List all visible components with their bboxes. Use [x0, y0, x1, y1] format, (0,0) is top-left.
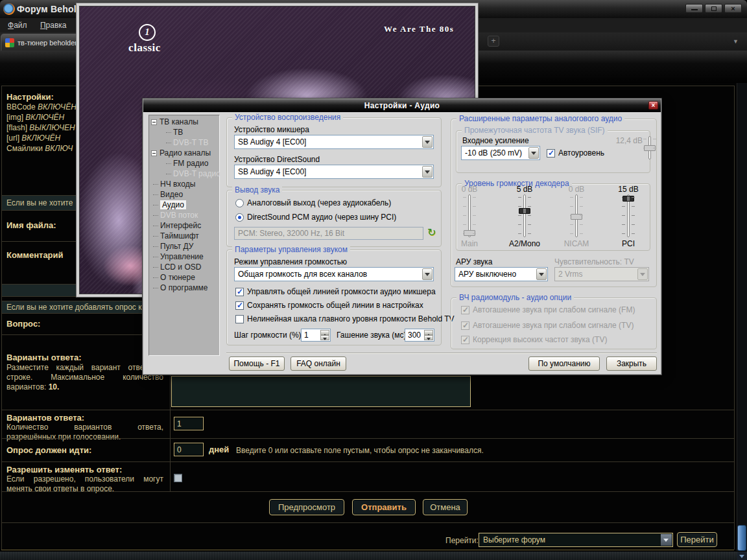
spin-up-icon[interactable]	[320, 330, 329, 335]
tree-item-tv[interactable]: ТВ	[149, 127, 183, 137]
directsound-device-combo[interactable]: SB Audigy 4 [EC00]	[234, 165, 434, 179]
restore-button[interactable]	[705, 4, 722, 13]
nonlinear-scale-checkbox[interactable]: Нелинейная шкала главного уровня громкос…	[235, 314, 455, 323]
rf-tv-mute-checkbox: Автогашение звука при слабом сигнале (TV…	[461, 321, 634, 330]
volume-step-spinner[interactable]: 1	[301, 329, 331, 342]
slider-handle[interactable]	[519, 208, 530, 214]
tab-list-icon[interactable]: ▼	[733, 38, 739, 45]
mute-time-value: 300	[408, 331, 421, 340]
radio-icon[interactable]	[235, 213, 244, 222]
new-tab-button[interactable]: +	[488, 36, 499, 47]
preview-button[interactable]: Предпросмотр	[269, 499, 344, 515]
chevron-down-icon[interactable]	[422, 166, 433, 178]
duration-hint: Введите 0 или оставьте поле пустым, чтоб…	[236, 446, 484, 455]
divider	[1, 438, 734, 439]
duration-label: Опрос должен идти:	[6, 445, 91, 455]
settings-dialog: Настройки - Аудио × ТВ каналы ТВ DVB-T Т…	[143, 99, 661, 375]
agc-combo[interactable]: АРУ выключено	[455, 267, 548, 281]
tree-item-control[interactable]: Управление	[149, 251, 204, 262]
close-dialog-button[interactable]: Закрыть	[606, 356, 657, 371]
allow-change-checkbox[interactable]	[174, 474, 182, 482]
forum-select[interactable]: Выберите форум	[479, 533, 673, 547]
scrollbar-thumb[interactable]	[737, 525, 746, 551]
setting-value: ВКЛЮЧЁН	[21, 134, 60, 143]
setting-name: Смайлики	[6, 144, 43, 153]
forum-select-value: Выберите форум	[483, 535, 545, 544]
submit-button[interactable]: Отправить	[352, 499, 416, 515]
help-button[interactable]: Помощь - F1	[229, 356, 285, 371]
checkbox-icon[interactable]	[235, 288, 244, 296]
slider-track[interactable]	[523, 194, 526, 237]
checkbox-icon[interactable]	[235, 315, 244, 323]
cancel-button[interactable]: Отмена	[423, 499, 468, 515]
tree-item-video[interactable]: Видео	[149, 189, 183, 200]
tree-item-lf-inputs[interactable]: НЧ входы	[149, 179, 195, 189]
mixer-device-combo[interactable]: SB Audigy 4 [EC00]	[234, 135, 434, 149]
mixer-line-checkbox[interactable]: Управлять общей линией громкости аудио м…	[235, 287, 436, 296]
analog-output-radio[interactable]: Аналоговый выход (через аудиокабель)	[235, 198, 391, 207]
slider-handle[interactable]	[622, 196, 634, 202]
tree-item-lcd-osd[interactable]: LCD и OSD	[149, 262, 201, 272]
tree-item-about-program[interactable]: О программе	[149, 283, 208, 293]
collapse-icon[interactable]	[151, 150, 157, 156]
duration-input[interactable]	[174, 443, 204, 456]
tree-item-interface[interactable]: Интерфейс	[149, 220, 201, 231]
volume-slider-main: 0 dB Main	[449, 185, 490, 248]
tree-item-remote[interactable]: Пульт ДУ	[149, 241, 193, 251]
minimize-button[interactable]	[685, 4, 703, 13]
dialog-close-button[interactable]: ×	[648, 101, 658, 110]
radio-icon[interactable]	[235, 199, 244, 207]
spin-down-icon[interactable]	[424, 335, 433, 340]
tree-line	[166, 163, 171, 164]
save-volume-checkbox[interactable]: Сохранять громкость общей линии в настро…	[235, 301, 423, 310]
directsound-device-value: SB Audigy 4 [EC00]	[238, 167, 420, 176]
volume-mode-value: Общая громкость для всех каналов	[238, 270, 420, 279]
volume-mode-combo[interactable]: Общая громкость для всех каналов	[234, 267, 434, 281]
tree-line	[153, 246, 158, 247]
advanced-group-label: Расширенные параметры аналогового аудио	[456, 114, 624, 123]
jump-button[interactable]: Перейти	[677, 532, 717, 547]
chevron-down-icon[interactable]	[422, 268, 433, 280]
comment-label: Комментарий	[6, 250, 64, 260]
slider-handle	[571, 214, 582, 220]
sif-level-value: 12,4 dB	[597, 136, 643, 145]
tree-item-timeshift[interactable]: Таймшифт	[149, 231, 199, 241]
chevron-down-icon[interactable]	[536, 268, 547, 280]
close-icon: ×	[725, 5, 741, 13]
setting-name: BBCode	[6, 102, 36, 111]
tree-item-fm-radio[interactable]: FM радио	[149, 158, 208, 169]
pcm-refresh-icon[interactable]: ↻	[427, 226, 436, 239]
chevron-down-icon[interactable]	[528, 147, 539, 159]
spin-down-icon[interactable]	[320, 335, 329, 340]
tree-item-radio-channels[interactable]: Радио каналы	[149, 148, 211, 158]
options-desc-text: Разместите каждый вариант ответа в строк…	[6, 363, 163, 391]
menu-edit[interactable]: Правка	[38, 20, 69, 30]
tree-item-about-tuner[interactable]: О тюнере	[149, 272, 195, 283]
mute-time-spinner[interactable]: 300	[405, 329, 434, 342]
options-count-input[interactable]	[174, 417, 204, 430]
slider-track[interactable]	[627, 194, 630, 237]
auto-level-checkbox[interactable]: Автоуровень	[547, 148, 604, 158]
pcm-output-radio[interactable]: DirectSound PCM аудио (через шину PCI)	[235, 213, 396, 222]
setting-name: [img]	[6, 113, 23, 122]
menu-file[interactable]: Файл	[5, 20, 30, 30]
spin-up-icon[interactable]	[424, 330, 433, 335]
checkbox-icon[interactable]	[547, 149, 555, 158]
close-button[interactable]: ×	[724, 4, 742, 13]
faq-button[interactable]: FAQ онлайн	[290, 356, 346, 371]
volume-step-label: Шаг громкости (%)	[234, 331, 302, 340]
scrollbar-down-icon[interactable]	[737, 552, 746, 560]
chevron-down-icon[interactable]	[422, 136, 433, 148]
tree-item-tv-channels[interactable]: ТВ каналы	[149, 117, 198, 127]
chevron-down-icon[interactable]	[661, 534, 672, 546]
collapse-icon[interactable]	[151, 119, 157, 125]
input-gain-combo[interactable]: -10 dB (250 mV)	[461, 146, 540, 160]
poll-options-textarea[interactable]	[171, 376, 471, 407]
defaults-button[interactable]: По умолчанию	[528, 356, 600, 371]
checkbox-icon[interactable]	[235, 301, 244, 310]
tree-item-audio[interactable]: Аудио	[149, 200, 186, 210]
tab-favicon-icon	[5, 38, 14, 47]
checkbox-icon	[461, 306, 469, 314]
scrollbar-track[interactable]	[737, 83, 747, 560]
dialog-titlebar[interactable]: Настройки - Аудио ×	[143, 99, 661, 112]
